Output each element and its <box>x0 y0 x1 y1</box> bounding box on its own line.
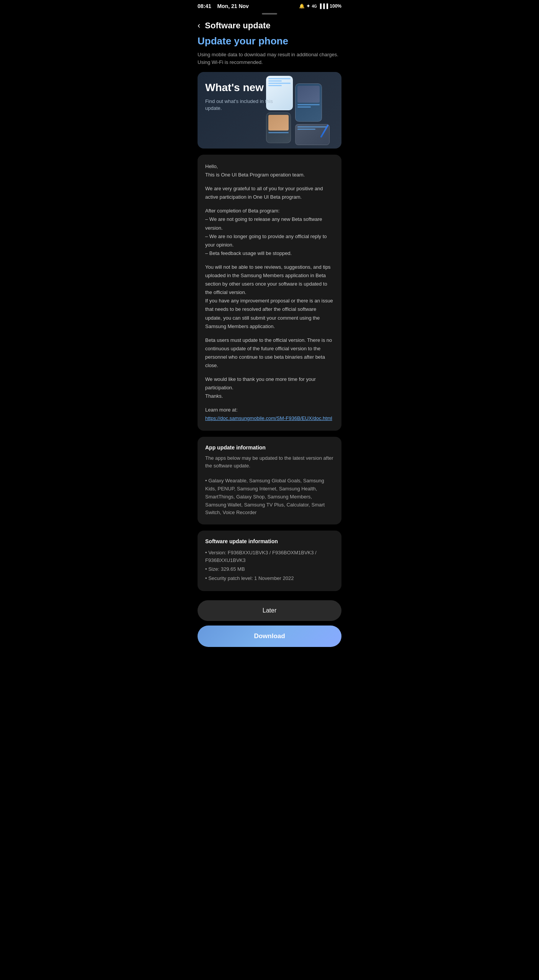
whats-new-title: What's new <box>205 81 276 94</box>
details-card: Hello,This is One UI Beta Program operat… <box>198 155 341 431</box>
whats-new-content: What's new Find out what's included in t… <box>205 81 276 112</box>
time: 08:41 <box>198 3 211 9</box>
update-subtitle: Using mobile data to download may result… <box>198 51 341 66</box>
phone-mockup-4 <box>295 124 330 145</box>
phone-mockup-2 <box>295 83 322 122</box>
alarm-icon: 🔔 <box>299 3 305 9</box>
signal-icon: ▐▐▐ <box>318 3 328 9</box>
date: Mon, 21 Nov <box>217 3 248 9</box>
later-button[interactable]: Later <box>198 600 341 621</box>
top-nav: ‹ Software update <box>191 18 348 35</box>
software-version: • Version: F936BXXU1BVK3 / F936BOXM1BVK3… <box>205 549 334 564</box>
app-update-info-card: App update information The apps below ma… <box>198 437 341 525</box>
back-button[interactable]: ‹ <box>198 21 200 31</box>
update-heading: Update your phone <box>198 35 341 47</box>
software-update-info-card: Software update information • Version: F… <box>198 531 341 591</box>
battery: 100% <box>330 3 341 9</box>
whats-new-card[interactable]: What's new Find out what's included in t… <box>198 72 341 149</box>
whats-new-subtitle: Find out what's included in this update. <box>205 98 276 112</box>
phone-mockups <box>266 76 341 149</box>
details-para-7: Learn more at: https://doc.samsungmobile… <box>205 406 334 423</box>
software-size: • Size: 329.65 MB <box>205 565 334 573</box>
app-update-info-apps: • Galaxy Wearable, Samsung Global Goals,… <box>205 477 334 517</box>
status-bar: 08:41 Mon, 21 Nov 🔔 ✦ 4G ▐▐▐ 100% <box>191 0 348 11</box>
details-para-1: Hello,This is One UI Beta Program operat… <box>205 162 334 179</box>
mockup-col-2 <box>295 76 330 145</box>
network-icon: 4G <box>312 4 317 8</box>
drag-indicator <box>262 13 277 15</box>
details-para-4: You will not be able to see reviews, sug… <box>205 263 334 331</box>
details-para-3: After completion of Beta program:– We ar… <box>205 207 334 258</box>
details-para-6: We would like to thank you one more time… <box>205 375 334 400</box>
page-title: Software update <box>205 21 270 31</box>
status-time-date: 08:41 Mon, 21 Nov <box>198 3 249 9</box>
download-button[interactable]: Download <box>198 626 341 647</box>
details-text: Hello,This is One UI Beta Program operat… <box>205 162 334 423</box>
software-security: • Security patch level: 1 November 2022 <box>205 575 334 582</box>
bottom-buttons: Later Download <box>191 600 348 658</box>
bluetooth-icon: ✦ <box>306 3 310 9</box>
app-update-info-desc: The apps below may be updated to the lat… <box>205 454 334 470</box>
details-para-5: Beta users must update to the official v… <box>205 336 334 370</box>
details-link[interactable]: https://doc.samsungmobile.com/SM-F936B/E… <box>205 415 332 421</box>
main-content: Update your phone Using mobile data to d… <box>191 35 348 591</box>
software-update-info-title: Software update information <box>205 538 334 544</box>
details-para-2: We are very grateful to all of you for y… <box>205 185 334 201</box>
phone-mockup-3 <box>266 113 291 143</box>
status-icons: 🔔 ✦ 4G ▐▐▐ 100% <box>299 3 341 9</box>
app-update-info-title: App update information <box>205 444 334 451</box>
